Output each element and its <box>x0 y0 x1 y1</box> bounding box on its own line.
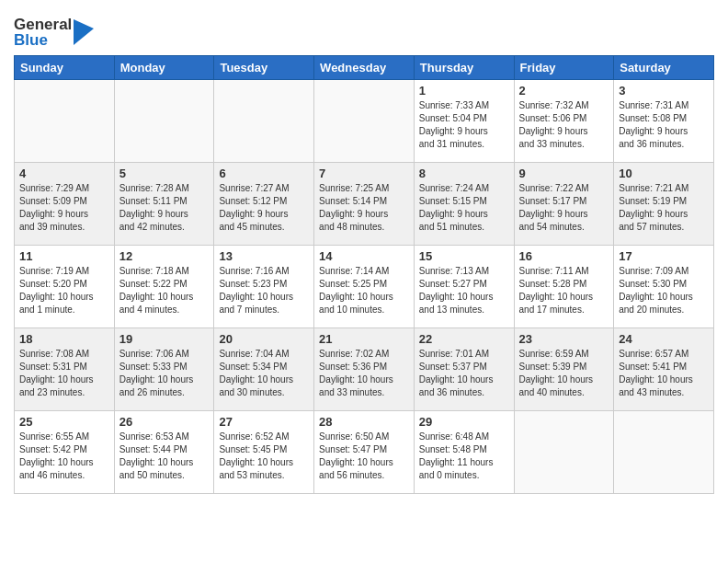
day-info: Sunrise: 7:22 AMSunset: 5:17 PMDaylight:… <box>519 182 609 234</box>
calendar-cell: 17Sunrise: 7:09 AMSunset: 5:30 PMDayligh… <box>614 246 714 328</box>
day-info: Sunrise: 7:32 AMSunset: 5:06 PMDaylight:… <box>519 99 609 151</box>
calendar-cell: 22Sunrise: 7:01 AMSunset: 5:37 PMDayligh… <box>414 328 514 411</box>
calendar-cell: 29Sunrise: 6:48 AMSunset: 5:48 PMDayligh… <box>414 411 514 494</box>
calendar-cell: 23Sunrise: 6:59 AMSunset: 5:39 PMDayligh… <box>514 328 614 411</box>
day-info: Sunrise: 7:13 AMSunset: 5:27 PMDaylight:… <box>419 265 509 316</box>
day-number: 25 <box>19 415 109 429</box>
day-info: Sunrise: 6:59 AMSunset: 5:39 PMDaylight:… <box>519 348 609 399</box>
day-info: Sunrise: 6:50 AMSunset: 5:47 PMDaylight:… <box>319 431 409 482</box>
day-number: 9 <box>519 167 609 180</box>
calendar-cell: 24Sunrise: 6:57 AMSunset: 5:41 PMDayligh… <box>614 328 714 411</box>
calendar-cell <box>314 80 415 163</box>
day-number: 3 <box>619 84 709 98</box>
calendar-cell: 19Sunrise: 7:06 AMSunset: 5:33 PMDayligh… <box>114 328 214 411</box>
day-info: Sunrise: 7:14 AMSunset: 5:25 PMDaylight:… <box>319 265 409 316</box>
calendar-cell: 25Sunrise: 6:55 AMSunset: 5:42 PMDayligh… <box>15 411 115 494</box>
calendar-week-row: 4Sunrise: 7:29 AMSunset: 5:09 PMDaylight… <box>15 163 714 246</box>
logo-general: General <box>14 17 72 32</box>
weekday-header-saturday: Saturday <box>614 56 714 80</box>
day-info: Sunrise: 6:57 AMSunset: 5:41 PMDaylight:… <box>619 348 709 399</box>
day-number: 8 <box>419 167 509 180</box>
day-info: Sunrise: 7:06 AMSunset: 5:33 PMDaylight:… <box>119 348 210 399</box>
day-info: Sunrise: 7:24 AMSunset: 5:15 PMDaylight:… <box>419 182 509 234</box>
day-number: 22 <box>419 332 509 346</box>
day-info: Sunrise: 7:19 AMSunset: 5:20 PMDaylight:… <box>19 265 109 316</box>
calendar-cell: 5Sunrise: 7:28 AMSunset: 5:11 PMDaylight… <box>114 163 214 246</box>
day-number: 15 <box>419 249 509 263</box>
calendar-cell: 9Sunrise: 7:22 AMSunset: 5:17 PMDaylight… <box>514 163 614 246</box>
logo-blue: Blue <box>14 32 72 48</box>
day-info: Sunrise: 7:11 AMSunset: 5:28 PMDaylight:… <box>519 265 609 316</box>
day-number: 11 <box>19 249 109 263</box>
calendar-cell: 18Sunrise: 7:08 AMSunset: 5:31 PMDayligh… <box>15 328 115 411</box>
weekday-header-thursday: Thursday <box>414 56 514 80</box>
day-info: Sunrise: 7:09 AMSunset: 5:30 PMDaylight:… <box>619 265 709 316</box>
day-number: 1 <box>419 84 509 98</box>
calendar-cell: 8Sunrise: 7:24 AMSunset: 5:15 PMDaylight… <box>414 163 514 246</box>
day-info: Sunrise: 6:48 AMSunset: 5:48 PMDaylight:… <box>419 431 509 482</box>
calendar-cell: 14Sunrise: 7:14 AMSunset: 5:25 PMDayligh… <box>314 246 415 328</box>
weekday-header-tuesday: Tuesday <box>214 56 314 80</box>
day-number: 14 <box>319 249 409 263</box>
calendar-cell: 7Sunrise: 7:25 AMSunset: 5:14 PMDaylight… <box>314 163 415 246</box>
day-info: Sunrise: 7:33 AMSunset: 5:04 PMDaylight:… <box>419 99 509 151</box>
day-info: Sunrise: 6:52 AMSunset: 5:45 PMDaylight:… <box>219 431 309 482</box>
calendar-cell: 3Sunrise: 7:31 AMSunset: 5:08 PMDaylight… <box>614 80 714 163</box>
calendar-table: SundayMondayTuesdayWednesdayThursdayFrid… <box>14 55 714 494</box>
header: General Blue <box>14 9 714 48</box>
calendar-cell: 26Sunrise: 6:53 AMSunset: 5:44 PMDayligh… <box>114 411 214 494</box>
calendar-cell <box>214 80 314 163</box>
day-info: Sunrise: 6:55 AMSunset: 5:42 PMDaylight:… <box>19 431 109 482</box>
day-number: 10 <box>619 167 709 180</box>
day-info: Sunrise: 7:18 AMSunset: 5:22 PMDaylight:… <box>119 265 210 316</box>
weekday-header-wednesday: Wednesday <box>314 56 415 80</box>
logo-icon <box>74 19 94 45</box>
svg-marker-0 <box>74 19 94 45</box>
calendar-header-row: SundayMondayTuesdayWednesdayThursdayFrid… <box>15 56 714 80</box>
calendar-cell <box>614 411 714 494</box>
calendar-cell: 20Sunrise: 7:04 AMSunset: 5:34 PMDayligh… <box>214 328 314 411</box>
day-info: Sunrise: 7:02 AMSunset: 5:36 PMDaylight:… <box>319 348 409 399</box>
day-info: Sunrise: 6:53 AMSunset: 5:44 PMDaylight:… <box>119 431 210 482</box>
day-number: 20 <box>219 332 309 346</box>
weekday-header-friday: Friday <box>514 56 614 80</box>
day-info: Sunrise: 7:28 AMSunset: 5:11 PMDaylight:… <box>119 182 210 234</box>
day-info: Sunrise: 7:01 AMSunset: 5:37 PMDaylight:… <box>419 348 509 399</box>
day-number: 21 <box>319 332 409 346</box>
calendar-cell: 2Sunrise: 7:32 AMSunset: 5:06 PMDaylight… <box>514 80 614 163</box>
calendar-cell: 16Sunrise: 7:11 AMSunset: 5:28 PMDayligh… <box>514 246 614 328</box>
day-number: 29 <box>419 415 509 429</box>
calendar-cell: 1Sunrise: 7:33 AMSunset: 5:04 PMDaylight… <box>414 80 514 163</box>
calendar-cell: 6Sunrise: 7:27 AMSunset: 5:12 PMDaylight… <box>214 163 314 246</box>
calendar-cell <box>114 80 214 163</box>
day-number: 17 <box>619 249 709 263</box>
calendar-cell: 12Sunrise: 7:18 AMSunset: 5:22 PMDayligh… <box>114 246 214 328</box>
calendar-cell: 11Sunrise: 7:19 AMSunset: 5:20 PMDayligh… <box>15 246 115 328</box>
day-number: 16 <box>519 249 609 263</box>
logo: General Blue <box>14 17 94 48</box>
weekday-header-monday: Monday <box>114 56 214 80</box>
calendar-week-row: 1Sunrise: 7:33 AMSunset: 5:04 PMDaylight… <box>15 80 714 163</box>
day-number: 18 <box>19 332 109 346</box>
day-info: Sunrise: 7:31 AMSunset: 5:08 PMDaylight:… <box>619 99 709 151</box>
day-number: 5 <box>119 167 210 180</box>
calendar-cell <box>15 80 115 163</box>
day-info: Sunrise: 7:08 AMSunset: 5:31 PMDaylight:… <box>19 348 109 399</box>
day-info: Sunrise: 7:27 AMSunset: 5:12 PMDaylight:… <box>219 182 309 234</box>
calendar-week-row: 18Sunrise: 7:08 AMSunset: 5:31 PMDayligh… <box>15 328 714 411</box>
day-info: Sunrise: 7:04 AMSunset: 5:34 PMDaylight:… <box>219 348 309 399</box>
day-number: 13 <box>219 249 309 263</box>
calendar-week-row: 11Sunrise: 7:19 AMSunset: 5:20 PMDayligh… <box>15 246 714 328</box>
day-number: 7 <box>319 167 409 180</box>
day-info: Sunrise: 7:29 AMSunset: 5:09 PMDaylight:… <box>19 182 109 234</box>
day-number: 27 <box>219 415 309 429</box>
day-info: Sunrise: 7:25 AMSunset: 5:14 PMDaylight:… <box>319 182 409 234</box>
calendar-cell: 4Sunrise: 7:29 AMSunset: 5:09 PMDaylight… <box>15 163 115 246</box>
calendar-cell: 28Sunrise: 6:50 AMSunset: 5:47 PMDayligh… <box>314 411 415 494</box>
calendar-week-row: 25Sunrise: 6:55 AMSunset: 5:42 PMDayligh… <box>15 411 714 494</box>
day-number: 23 <box>519 332 609 346</box>
day-number: 6 <box>219 167 309 180</box>
day-number: 2 <box>519 84 609 98</box>
calendar-cell: 10Sunrise: 7:21 AMSunset: 5:19 PMDayligh… <box>614 163 714 246</box>
day-number: 24 <box>619 332 709 346</box>
